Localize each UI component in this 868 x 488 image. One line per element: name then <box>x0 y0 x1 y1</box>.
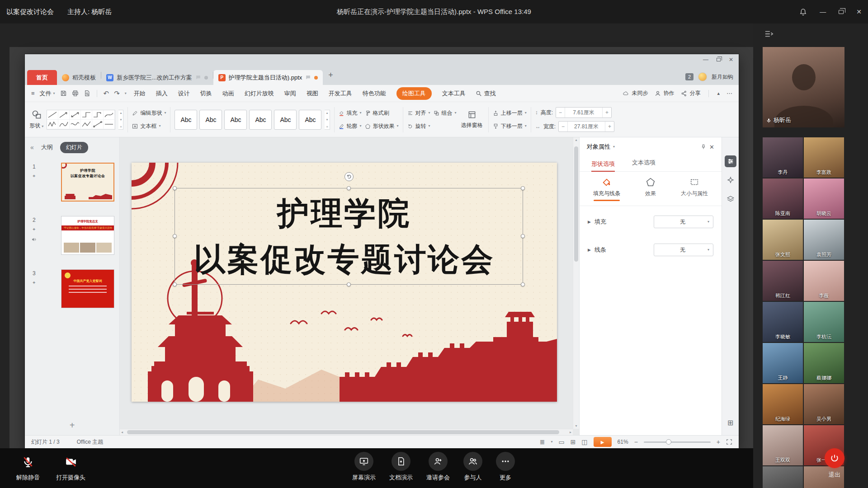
align-button[interactable]: 对齐▾ <box>407 108 430 117</box>
slide-sorter-icon[interactable]: ⊞ <box>571 439 576 445</box>
leave-meeting-button[interactable]: 退出 <box>823 448 846 479</box>
scroll-down-icon[interactable]: ▾ <box>575 424 577 428</box>
selection-handle[interactable] <box>347 282 351 286</box>
effects-tab[interactable]: 效果 <box>645 177 656 201</box>
share-button[interactable]: 分享 <box>681 89 700 97</box>
selection-handle[interactable] <box>521 234 525 238</box>
vertical-scrollbar[interactable]: ▴ ▾ <box>573 137 579 429</box>
width-decrease-button[interactable]: − <box>559 122 568 131</box>
beautify-icon[interactable] <box>726 176 735 184</box>
scroll-down-icon[interactable]: ▾ <box>326 118 328 122</box>
grid-view-icon[interactable]: ⊞ <box>727 418 733 427</box>
scroll-up-icon[interactable]: ▴ <box>120 111 122 115</box>
scroll-right-icon[interactable]: ▸ <box>570 431 571 434</box>
participant-tile[interactable]: 李丹 <box>763 137 803 178</box>
save-icon[interactable] <box>60 90 67 97</box>
shape-style-preset[interactable]: Abc <box>175 110 197 130</box>
participant-tile[interactable]: 蔡娜娜 <box>804 343 844 383</box>
shape-style-preset[interactable]: Abc <box>224 110 247 130</box>
menu-insert[interactable]: 插入 <box>156 89 168 98</box>
scrollbar-thumb[interactable] <box>127 430 559 434</box>
menu-text-tools[interactable]: 文本工具 <box>442 89 466 98</box>
horizontal-scrollbar[interactable]: ◂ ▸ <box>120 429 573 435</box>
scroll-up-icon[interactable]: ▴ <box>575 138 577 142</box>
menu-developer[interactable]: 开发工具 <box>329 89 352 98</box>
tab-docer-templates[interactable]: 稻壳模板 <box>57 70 101 85</box>
tab-text-options[interactable]: 文本选项 <box>632 159 656 169</box>
insert-shape-button[interactable]: 形状 ▾ <box>29 109 43 130</box>
sync-status-button[interactable]: 未同步 <box>622 89 648 97</box>
invite-button[interactable]: 邀请参会 <box>426 452 450 482</box>
height-decrease-button[interactable]: − <box>556 108 565 117</box>
camera-on-button[interactable]: 打开摄像头 <box>56 453 85 482</box>
normal-view-icon[interactable]: ▭ <box>558 439 564 445</box>
scroll-left-icon[interactable]: ◂ <box>121 431 123 434</box>
menu-review[interactable]: 审阅 <box>284 89 296 98</box>
document-share-button[interactable]: 文档演示 <box>389 452 413 482</box>
slideshow-play-button[interactable]: ▶ <box>594 437 612 447</box>
text-selection-box[interactable] <box>175 188 523 285</box>
group-button[interactable]: 组合▾ <box>434 108 457 117</box>
tab-home[interactable]: 首页 <box>27 70 57 85</box>
selection-handle[interactable] <box>173 234 177 238</box>
menu-design[interactable]: 设计 <box>178 89 190 98</box>
notes-icon[interactable]: ≣ <box>540 439 545 445</box>
shape-line-gallery[interactable] <box>47 110 115 130</box>
text-box-button[interactable]: 文本框▾ <box>132 122 166 131</box>
gallery-more-icon[interactable]: ≡ <box>326 125 328 128</box>
scroll-down-icon[interactable]: ▾ <box>120 118 122 122</box>
expand-section-icon[interactable]: ▶ <box>588 220 591 224</box>
selection-handle[interactable] <box>347 186 351 190</box>
rotate-handle[interactable] <box>344 172 354 181</box>
style-gallery-scroll[interactable]: ▴ ▾ ≡ <box>325 110 330 130</box>
bring-forward-button[interactable]: 上移一层▾ <box>493 108 527 117</box>
unsaved-dot[interactable] <box>314 76 318 80</box>
participant-tile[interactable]: 张文熙 <box>763 220 803 260</box>
message-count-badge[interactable]: 2 <box>685 73 693 80</box>
participant-tile[interactable]: 李枋沄 <box>804 302 844 342</box>
tab-document-plan[interactable]: W 新乡医学院三...改的工作方案 <box>101 70 213 85</box>
notification-bell-icon[interactable] <box>799 8 807 16</box>
new-tab-button[interactable]: + <box>328 71 333 79</box>
properties-settings-icon[interactable] <box>725 155 736 167</box>
power-icon[interactable] <box>825 448 844 468</box>
collapse-ribbon-icon[interactable]: ▴ <box>717 90 720 96</box>
zoom-slider-knob[interactable] <box>666 439 671 445</box>
height-increase-button[interactable]: + <box>602 108 611 117</box>
tab-slides[interactable]: 幻灯片 <box>60 142 88 153</box>
undo-icon[interactable]: ↶ <box>104 90 109 97</box>
reading-view-icon[interactable]: ◫ <box>581 439 587 445</box>
zoom-level[interactable]: 61% <box>618 439 628 445</box>
participant-tile[interactable]: 吴小男 <box>804 384 844 424</box>
selection-handle[interactable] <box>173 282 177 286</box>
minimize-button[interactable]: — <box>820 8 826 15</box>
caret-down-icon[interactable]: ▾ <box>551 440 552 444</box>
fullscreen-icon[interactable] <box>726 439 732 445</box>
fill-button[interactable]: 填充▾ <box>339 108 362 117</box>
shape-style-preset[interactable]: Abc <box>199 110 222 130</box>
rotate-button[interactable]: 旋转▾ <box>407 122 430 131</box>
participant-tile[interactable]: 陈亚南 <box>763 178 803 219</box>
expand-section-icon[interactable]: ▶ <box>588 248 591 252</box>
menu-view[interactable]: 视图 <box>307 89 318 98</box>
unmute-button[interactable]: 解除静音 <box>16 453 40 482</box>
participant-tile[interactable]: 王静 <box>763 343 803 383</box>
wps-minimize-button[interactable]: — <box>703 56 708 63</box>
participant-tile[interactable]: 胡晓云 <box>804 178 844 219</box>
collapse-panel-icon[interactable]: « <box>30 144 34 151</box>
theme-name[interactable]: Office 主题 <box>77 438 103 446</box>
width-value[interactable]: 27.81厘米 <box>568 123 605 131</box>
wps-restore-button[interactable] <box>717 56 721 63</box>
zoom-out-icon[interactable]: − <box>634 439 638 445</box>
tab-status-dot[interactable] <box>204 76 208 80</box>
print-preview-icon[interactable] <box>84 90 90 97</box>
slide-thumbnail-3[interactable]: 中国共产党入党誓词 <box>61 269 114 308</box>
participant-tile-partial[interactable] <box>763 466 803 488</box>
screen-share-button[interactable]: 屏幕演示 <box>352 452 376 482</box>
fill-and-line-tab[interactable]: 填充与线条 <box>593 177 620 201</box>
participant-tile[interactable]: 李薇 <box>804 261 844 301</box>
gallery-more-icon[interactable]: ≡ <box>120 125 122 128</box>
format-painter-button[interactable]: 格式刷 <box>365 108 399 117</box>
more-button[interactable]: 更多 <box>496 452 515 482</box>
selection-handle[interactable] <box>173 186 177 190</box>
